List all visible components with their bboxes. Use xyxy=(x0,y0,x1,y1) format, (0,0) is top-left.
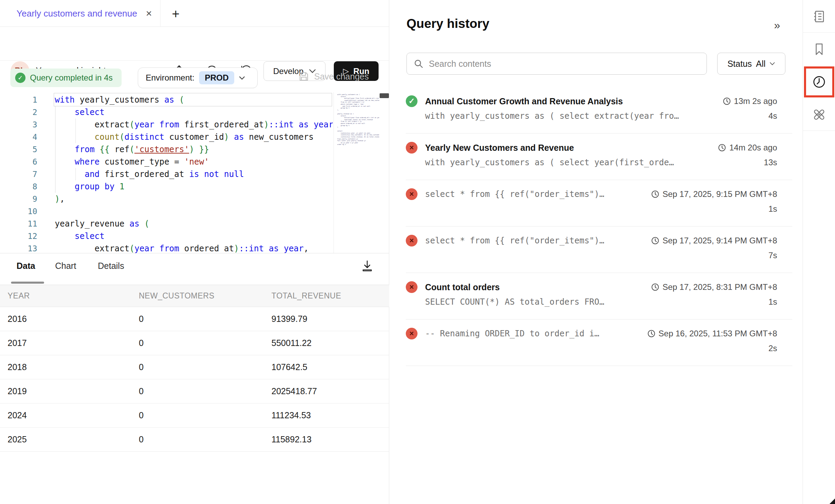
code-line[interactable]: group by 1 xyxy=(0,180,333,193)
code-line[interactable]: with yearly_customers as ( xyxy=(0,94,333,106)
editor-code: with yearly_customers as ( select extrac… xyxy=(0,94,333,253)
clock-icon xyxy=(723,97,731,105)
active-tab-underline xyxy=(11,282,44,284)
status-filter-button[interactable]: Status All xyxy=(717,53,785,75)
code-line[interactable]: select xyxy=(0,230,333,242)
table-row: 2017 0 550011.22 xyxy=(0,331,389,355)
history-entry[interactable]: × select * from {{ ref("order_items")… S… xyxy=(406,227,792,273)
cell-year: 2024 xyxy=(8,410,27,420)
history-entry[interactable]: × Count total orders Sep 17, 2025, 8:31 … xyxy=(406,273,792,319)
right-icon-rail xyxy=(803,0,835,504)
code-line[interactable]: count(distinct customer_id) as new_custo… xyxy=(0,131,333,143)
cell-year: 2025 xyxy=(8,434,27,444)
download-icon[interactable] xyxy=(360,259,374,273)
code-line[interactable]: and first_ordered_at is not null xyxy=(0,168,333,180)
cell-new-customers: 0 xyxy=(139,410,144,420)
entry-time: 13m 2s ago xyxy=(723,96,777,106)
table-row: 2019 0 2025418.77 xyxy=(0,379,389,403)
resize-corner xyxy=(829,498,835,504)
entry-duration: 7s xyxy=(769,251,777,260)
status-filter-value: All xyxy=(756,59,766,69)
chevron-down-icon xyxy=(239,76,245,80)
lineage-icon[interactable] xyxy=(803,98,835,131)
table-row: 2024 0 111234.53 xyxy=(0,403,389,428)
entry-query-title: -- Renaming ORDER_ID to order_id i… xyxy=(425,329,599,338)
save-changes-button[interactable]: Save changes xyxy=(298,71,369,82)
tab-details[interactable]: Details xyxy=(98,261,124,271)
entry-time: Sep 17, 2025, 9:14 PM GMT+8 xyxy=(651,236,777,245)
cell-year: 2018 xyxy=(8,362,27,372)
editor-panel: Yearly customers and revenue × + BL Your… xyxy=(0,0,389,504)
query-history-icon-highlighted[interactable] xyxy=(804,66,834,97)
code-line[interactable]: where customer_type = 'new' xyxy=(0,156,333,168)
cell-new-customers: 0 xyxy=(139,314,144,324)
code-line[interactable]: yearly_revenue as ( xyxy=(0,218,333,230)
search-input[interactable] xyxy=(429,59,700,69)
error-status-icon: × xyxy=(406,328,418,339)
clock-icon xyxy=(651,190,659,198)
tab-yearly-customers[interactable]: Yearly customers and revenue × xyxy=(0,0,161,27)
entry-duration: 4s xyxy=(769,111,777,121)
close-tab-icon[interactable]: × xyxy=(146,8,152,19)
entry-time: Sep 17, 2025, 9:15 PM GMT+8 xyxy=(651,189,777,199)
entry-query-preview: with yearly_customers as ( select year(f… xyxy=(425,158,674,167)
tab-bar: Yearly customers and revenue × + xyxy=(0,0,389,27)
cell-new-customers: 0 xyxy=(139,386,144,396)
table-row: 2025 0 115892.13 xyxy=(0,428,389,452)
panel-title: Query history xyxy=(406,17,489,31)
scrollbar-thumb[interactable] xyxy=(380,93,389,98)
entry-duration: 2s xyxy=(769,344,777,353)
table-header: YEAR NEW_CUSTOMERS TOTAL_REVENUE xyxy=(0,285,389,307)
entry-time: Sep 16, 2025, 11:53 PM GMT+8 xyxy=(647,329,777,338)
success-status-icon: ✓ xyxy=(406,95,418,107)
code-line[interactable]: from {{ ref('customers') }} xyxy=(0,143,333,156)
editor-minimap[interactable]: with yearly_customers as ( select extrac… xyxy=(337,94,379,245)
history-entry[interactable]: × Yearly New Customers and Revenue 14m 2… xyxy=(406,134,792,180)
collapse-panel-icon[interactable]: » xyxy=(774,19,780,32)
code-line[interactable]: ), xyxy=(0,193,333,205)
sql-editor[interactable]: 12345678910111213 with yearly_customers … xyxy=(0,92,389,253)
entry-duration: 1s xyxy=(769,204,777,214)
error-status-icon: × xyxy=(406,188,418,200)
history-entry[interactable]: × select * from {{ ref("order_items")… S… xyxy=(406,180,792,227)
cell-total-revenue: 2025418.77 xyxy=(271,386,317,396)
status-filter-label: Status xyxy=(728,59,752,69)
entry-query-title: select * from {{ ref("order_items")… xyxy=(425,236,604,245)
entry-title: Annual Customer Growth and Revenue Analy… xyxy=(425,96,623,106)
minimap-divider xyxy=(333,92,334,253)
environment-selector[interactable]: Environment: PROD xyxy=(138,67,258,88)
code-line[interactable] xyxy=(0,205,333,218)
table-row: 2016 0 91399.79 xyxy=(0,307,389,331)
cell-new-customers: 0 xyxy=(139,338,144,348)
entry-query-title: select * from {{ ref("order_items")… xyxy=(425,189,604,199)
cell-total-revenue: 91399.79 xyxy=(271,314,307,324)
bookmark-icon[interactable] xyxy=(803,33,835,65)
code-line[interactable]: extract(year from ordered_at)::int as ye… xyxy=(0,242,333,253)
minimap-code: with yearly_customers as ( select extrac… xyxy=(337,94,379,146)
code-line[interactable]: select xyxy=(0,106,333,118)
tab-chart[interactable]: Chart xyxy=(55,261,76,271)
chevron-down-icon xyxy=(770,62,775,65)
cell-new-customers: 0 xyxy=(139,362,144,372)
history-entry[interactable]: ✓ Annual Customer Growth and Revenue Ana… xyxy=(406,87,792,134)
cell-year: 2019 xyxy=(8,386,27,396)
clock-icon xyxy=(651,283,659,291)
cell-year: 2017 xyxy=(8,338,27,348)
new-tab-button[interactable]: + xyxy=(168,6,183,21)
results-divider xyxy=(0,253,389,253)
entry-time: Sep 17, 2025, 8:31 PM GMT+8 xyxy=(651,282,777,292)
cell-total-revenue: 550011.22 xyxy=(271,338,311,348)
rail-divider xyxy=(803,130,835,131)
status-row: ✓ Query completed in 4s Environment: PRO… xyxy=(0,61,389,92)
code-line[interactable]: extract(year from first_ordered_at)::int… xyxy=(0,118,333,131)
tab-data[interactable]: Data xyxy=(17,261,35,271)
entry-query-preview: with yearly_customers as ( select extrac… xyxy=(425,111,679,121)
entry-duration: 13s xyxy=(764,158,777,167)
history-entry[interactable]: × -- Renaming ORDER_ID to order_id i… Se… xyxy=(406,319,792,366)
cell-total-revenue: 107642.5 xyxy=(271,362,307,372)
environment-value-chip: PROD xyxy=(199,71,234,84)
query-details-icon[interactable] xyxy=(803,0,835,33)
cell-year: 2016 xyxy=(8,314,27,324)
entry-duration: 1s xyxy=(769,297,777,307)
cell-total-revenue: 115892.13 xyxy=(271,434,311,444)
